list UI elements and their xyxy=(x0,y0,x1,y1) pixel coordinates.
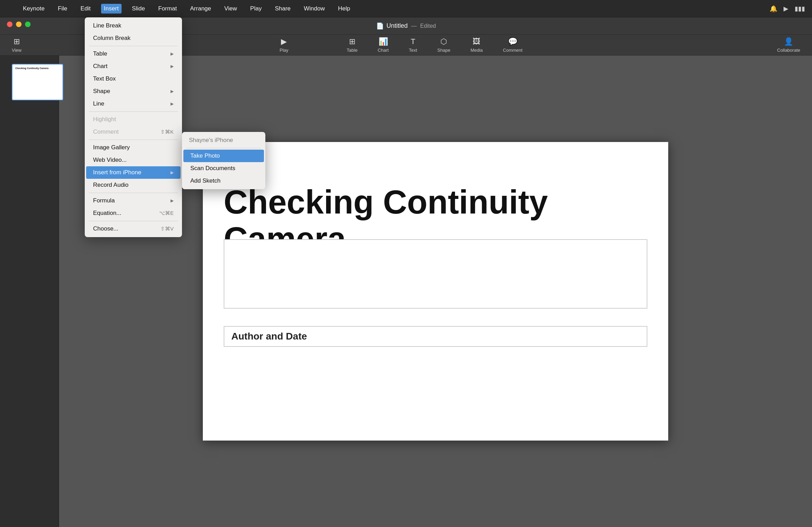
choose-shortcut: ⇧⌘V xyxy=(160,226,174,232)
iphone-submenu-header: Shayne's iPhone xyxy=(182,134,265,147)
apple-menu[interactable] xyxy=(7,7,13,10)
app-menu-format[interactable]: Format xyxy=(155,4,180,14)
menu-item-comment: Comment ⇧⌘K xyxy=(86,126,181,138)
battery-icon: ▮▮▮ xyxy=(795,5,805,12)
formula-arrow-icon: ▶ xyxy=(171,198,174,203)
media-label: Media xyxy=(471,48,483,53)
equation-shortcut: ⌥⌘E xyxy=(159,210,174,216)
table-label: Table xyxy=(347,48,357,53)
menu-separator-4 xyxy=(89,193,178,193)
text-label: Text xyxy=(409,48,417,53)
app-menu-play[interactable]: Play xyxy=(247,4,264,14)
iphone-submenu: Shayne's iPhone Take Photo Scan Document… xyxy=(182,132,265,189)
play-icon: ▶ xyxy=(281,37,287,46)
view-button[interactable]: ⊞ View xyxy=(7,35,26,55)
chart-icon: 📊 xyxy=(379,37,388,46)
slide-thumb-title: Checking Continuity Camera xyxy=(15,67,60,70)
submenu-item-scan-documents[interactable]: Scan Documents xyxy=(183,162,264,175)
menu-item-table[interactable]: Table ▶ xyxy=(86,48,181,60)
slide-panel: 1 Checking Continuity Camera xyxy=(0,56,59,527)
menu-item-insert-from-iphone[interactable]: Insert from iPhone ▶ xyxy=(86,166,181,179)
shape-label: Shape xyxy=(437,48,450,53)
system-menubar: Keynote File Edit Insert Slide Format Ar… xyxy=(0,0,812,17)
menu-item-record-audio[interactable]: Record Audio xyxy=(86,179,181,191)
media-icon: 🖼 xyxy=(473,37,480,46)
table-icon: ⊞ xyxy=(349,37,355,46)
collaborate-icon: 👤 xyxy=(784,37,793,46)
line-arrow-icon: ▶ xyxy=(171,101,174,106)
collaborate-label: Collaborate xyxy=(777,48,801,53)
menu-item-column-break[interactable]: Column Break xyxy=(86,32,181,44)
table-button[interactable]: ⊞ Table xyxy=(342,35,362,55)
table-arrow-icon: ▶ xyxy=(171,51,174,56)
menu-separator-1 xyxy=(89,46,178,46)
system-status-icons: 🔔 ▶ ▮▮▮ xyxy=(770,5,805,12)
menu-item-web-video[interactable]: Web Video... xyxy=(86,154,181,166)
menu-item-choose[interactable]: Choose... ⇧⌘V xyxy=(86,223,181,235)
collaborate-button[interactable]: 👤 Collaborate xyxy=(772,35,805,55)
play-label: Play xyxy=(280,48,288,53)
iphone-arrow-icon: ▶ xyxy=(171,170,174,175)
play-icon[interactable]: ▶ xyxy=(784,5,788,12)
app-menu-arrange[interactable]: Arrange xyxy=(187,4,214,14)
menu-item-shape[interactable]: Shape ▶ xyxy=(86,85,181,98)
slide-author-text: Author and Date xyxy=(231,331,307,342)
menu-item-line[interactable]: Line ▶ xyxy=(86,98,181,110)
menu-item-formula[interactable]: Formula ▶ xyxy=(86,194,181,207)
chart-arrow-icon: ▶ xyxy=(171,64,174,69)
insert-menu: Line Break Column Break Table ▶ Chart ▶ … xyxy=(85,17,182,237)
slide-author-box[interactable]: Author and Date xyxy=(224,326,647,347)
slide-canvas[interactable]: Checking Continuity Camera Author and Da… xyxy=(203,142,668,441)
menu-separator-3 xyxy=(89,140,178,140)
comment-shortcut: ⇧⌘K xyxy=(160,129,174,135)
comment-button[interactable]: 💬 Comment xyxy=(498,35,527,55)
document-title[interactable]: Untitled xyxy=(387,22,408,30)
notification-icon[interactable]: 🔔 xyxy=(770,5,777,12)
document-separator: — xyxy=(411,23,417,29)
chart-label: Chart xyxy=(378,48,389,53)
window-traffic-lights xyxy=(7,22,31,27)
media-button[interactable]: 🖼 Media xyxy=(466,35,488,55)
slide-content-box[interactable] xyxy=(224,239,647,309)
text-button[interactable]: T Text xyxy=(404,35,422,55)
app-menu-slide[interactable]: Slide xyxy=(129,4,148,14)
menu-separator-2 xyxy=(89,111,178,112)
slide-thumbnail[interactable]: Checking Continuity Camera xyxy=(12,64,63,100)
app-menu-share[interactable]: Share xyxy=(272,4,293,14)
app-menu-view[interactable]: View xyxy=(222,4,240,14)
play-button[interactable]: ▶ Play xyxy=(275,35,293,55)
minimize-button[interactable] xyxy=(16,22,22,27)
app-menu-file[interactable]: File xyxy=(55,4,70,14)
app-menu-edit[interactable]: Edit xyxy=(78,4,93,14)
app-menu-help[interactable]: Help xyxy=(335,4,353,14)
menu-item-chart[interactable]: Chart ▶ xyxy=(86,60,181,73)
menu-item-equation[interactable]: Equation... ⌥⌘E xyxy=(86,207,181,219)
menu-item-image-gallery[interactable]: Image Gallery xyxy=(86,141,181,154)
menu-item-textbox[interactable]: Text Box xyxy=(86,73,181,85)
submenu-item-take-photo[interactable]: Take Photo xyxy=(183,150,264,162)
app-menu-window[interactable]: Window xyxy=(301,4,328,14)
text-icon: T xyxy=(411,37,415,46)
shape-arrow-icon: ▶ xyxy=(171,89,174,94)
shape-icon: ⬡ xyxy=(440,37,447,46)
menu-item-highlight: Highlight xyxy=(86,113,181,126)
menu-separator-5 xyxy=(89,221,178,221)
chart-button[interactable]: 📊 Chart xyxy=(373,35,393,55)
fullscreen-button[interactable] xyxy=(25,22,31,27)
iphone-submenu-separator xyxy=(186,148,261,148)
view-label: View xyxy=(12,48,22,53)
shape-button[interactable]: ⬡ Shape xyxy=(432,35,455,55)
app-menu-insert[interactable]: Insert xyxy=(101,4,122,14)
document-status: Edited xyxy=(420,23,436,29)
comment-icon: 💬 xyxy=(508,37,517,46)
view-icon: ⊞ xyxy=(14,37,20,46)
close-button[interactable] xyxy=(7,22,13,27)
app-menu-keynote[interactable]: Keynote xyxy=(20,4,47,14)
submenu-item-add-sketch[interactable]: Add Sketch xyxy=(183,175,264,187)
comment-label: Comment xyxy=(503,48,522,53)
doc-icon: 📄 xyxy=(376,22,384,30)
menu-item-line-break[interactable]: Line Break xyxy=(86,19,181,32)
